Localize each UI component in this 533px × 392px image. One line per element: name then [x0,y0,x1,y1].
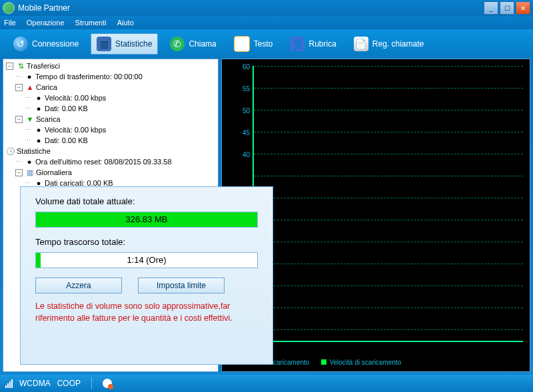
warning-text: Le statistiche di volume sono solo appro… [35,300,258,324]
tree-daily-label: Giornaliera [36,167,72,178]
volume-label: Volume dati totale attuale: [35,196,258,206]
download-icon: ▼ [25,114,35,124]
tree-statistics-label: Statistiche [17,146,51,156]
dialog-buttons: Azzera Imposta limite [35,278,258,294]
tree-transfer-label: Trasferisci [27,61,60,71]
time-meter: 1:14 (Ore) [35,252,258,268]
expander-icon[interactable]: − [6,63,13,70]
expander-icon[interactable]: − [15,84,23,91]
volume-value: 326.83 MB [36,212,257,227]
tree-daily[interactable]: − ▥ Giornaliera [6,167,215,178]
window-title: Mobile Partner [18,3,484,13]
ytick: 60 [243,63,250,71]
minimize-button[interactable]: _ [484,1,498,15]
tab-statistics[interactable]: ▥ Statistiche [91,33,158,55]
ytick: 50 [243,107,250,114]
menubar: File Operazione Strumenti Aiuto [0,16,533,29]
ytick: 40 [243,151,250,158]
tree-upload-data: ⋯ ● Dati: 0.00 KB [6,103,215,114]
tree-statistics[interactable]: 🕓 Statistiche [6,146,215,156]
tree-upload[interactable]: − ▲ Carica [6,82,215,93]
portal-icon[interactable] [103,379,112,388]
close-button[interactable]: ✕ [516,1,530,15]
tab-call[interactable]: ✆ Chiama [165,34,221,54]
statusbar: WCDMA COOP [0,375,533,392]
calllog-icon: 📄 [354,37,368,51]
legend-swatch-download [321,359,326,365]
expander-icon[interactable]: − [15,116,23,123]
tree-transfer-time-label: Tempo di trasferimento: 00:00:00 [35,71,143,82]
tree-download-data: ⋯ ● Dati: 0.00 KB [6,135,215,146]
time-label: Tempo trascorso totale: [35,237,258,247]
chart-area: 60 55 50 45 40 [253,66,523,342]
separator [91,377,92,389]
tab-contacts-label: Rubrica [308,39,336,49]
ytick: 45 [243,129,250,136]
set-limit-button[interactable]: Imposta limite [138,278,225,294]
tab-statistics-label: Statistiche [115,39,152,49]
status-network: WCDMA [19,379,51,388]
tab-call-label: Chiama [189,39,216,49]
signal-icon [5,379,13,388]
bullet-icon: ● [34,124,43,135]
maximize-button[interactable]: ☐ [500,1,514,15]
connection-icon: ↺ [13,37,28,51]
titlebar[interactable]: Mobile Partner _ ☐ ✕ [0,0,533,16]
statistics-dialog: Volume dati totale attuale: 326.83 MB Te… [20,186,273,365]
bullet-icon: ● [25,156,34,167]
chart-legend: à di caricamento Velocità di scaricament… [253,359,523,366]
app-window: Mobile Partner _ ☐ ✕ File Operazione Str… [0,0,533,392]
reset-button[interactable]: Azzera [35,278,122,294]
tree-download-data-label: Dati: 0.00 KB [45,135,88,146]
chart-icon: ▥ [25,167,35,178]
time-value: 1:14 (Ore) [36,253,257,268]
statistics-icon: ▥ [97,37,111,51]
tree-transfer-time: ⋯ ● Tempo di trasferimento: 00:00:00 [6,71,215,82]
upload-icon: ▲ [25,82,35,93]
bullet-icon: ● [34,135,43,146]
toolbar: ↺ Connessione ▥ Statistiche ✆ Chiama ✉ T… [0,29,533,59]
tree-download-speed-label: Velocità: 0.00 kbps [45,124,106,135]
volume-meter: 326.83 MB [35,212,258,228]
tree-upload-speed-label: Velocità: 0.00 kbps [45,93,106,103]
menu-tools[interactable]: Strumenti [75,19,107,27]
tree: − ⇅ Trasferisci ⋯ ● Tempo di trasferimen… [3,59,218,190]
tab-calllog[interactable]: 📄 Reg. chiamate [348,34,429,54]
menu-operation[interactable]: Operazione [27,19,65,27]
ytick: 55 [243,85,250,93]
tree-download-label: Scarica [36,114,61,124]
tree-upload-data-label: Dati: 0.00 KB [45,103,88,114]
clock-icon: 🕓 [6,146,15,156]
status-operator: COOP [57,379,81,388]
contacts-icon: 👤 [290,37,304,51]
tab-text-label: Testo [254,39,273,49]
tab-connection-label: Connessione [32,39,79,49]
tab-calllog-label: Reg. chiamate [372,39,424,49]
tree-upload-label: Carica [36,82,57,93]
tree-last-reset: ⋯ ● Ora dell'ultimo reset: 08/08/2015 09… [6,156,215,167]
bullet-icon: ● [34,93,43,103]
tree-last-reset-label: Ora dell'ultimo reset: 08/08/2015 09.33.… [35,156,172,167]
tree-download[interactable]: − ▼ Scarica [6,114,215,124]
tab-contacts[interactable]: 👤 Rubrica [284,34,341,54]
expander-icon[interactable]: − [15,169,23,176]
mail-icon: ✉ [234,36,250,52]
menu-help[interactable]: Aiuto [117,19,134,27]
transfer-icon: ⇅ [16,61,25,71]
phone-icon: ✆ [170,37,185,51]
legend-download-label: Velocità di scaricamento [329,359,401,366]
tree-upload-speed: ⋯ ● Velocità: 0.00 kbps [6,93,215,103]
tab-connection[interactable]: ↺ Connessione [8,34,84,54]
tab-text[interactable]: ✉ Testo [229,33,278,55]
tree-transfer[interactable]: − ⇅ Trasferisci [6,61,215,71]
tree-download-speed: ⋯ ● Velocità: 0.00 kbps [6,124,215,135]
bullet-icon: ● [25,71,34,82]
app-icon [3,2,15,14]
bullet-icon: ● [34,103,43,114]
legend-download: Velocità di scaricamento [321,359,401,366]
menu-file[interactable]: File [4,19,16,27]
window-controls: _ ☐ ✕ [484,1,530,15]
